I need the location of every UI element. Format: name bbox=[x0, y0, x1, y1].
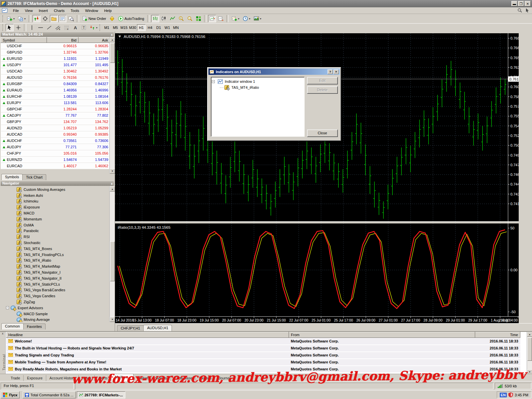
navigator-item-tas-mt4-navigator-ii[interactable]: fTAS_MT4_Navigator_II bbox=[1, 275, 109, 281]
symbol-cell[interactable]: CADJPY bbox=[1, 112, 47, 119]
edit-button[interactable]: Edit bbox=[307, 77, 338, 84]
menu-file[interactable]: File bbox=[10, 8, 22, 14]
symbol-cell[interactable]: USDCHF bbox=[1, 43, 47, 49]
text-label-button[interactable]: T bbox=[80, 24, 88, 31]
navigator-item-moving-average[interactable]: Moving Average bbox=[1, 317, 109, 322]
equidistant-channel-button[interactable]: E bbox=[54, 24, 62, 31]
minimize-button[interactable]: ▬ bbox=[511, 1, 517, 6]
market-watch-scrollbar[interactable]: ▲ ▼ bbox=[109, 37, 115, 174]
cursor-button[interactable] bbox=[6, 24, 14, 31]
column-header-from[interactable]: From bbox=[289, 332, 475, 338]
table-row[interactable]: AUDCHF0.735610.73606 bbox=[1, 138, 110, 144]
mail-row[interactable]: Buy Ready-Made Robots, Magazines and Boo… bbox=[6, 366, 520, 373]
terminal-tab-journal[interactable]: Journal bbox=[215, 375, 234, 381]
symbol-cell[interactable]: EURCAD bbox=[1, 163, 47, 169]
column-header-ask[interactable]: Ask bbox=[78, 38, 110, 43]
navigator-item-ichimoku[interactable]: fIchimoku bbox=[1, 199, 109, 204]
mail-row[interactable]: The Built-in Virtual Hosting — Robots an… bbox=[6, 345, 520, 352]
symbol-cell[interactable]: EURUSD bbox=[1, 56, 47, 62]
antivirus-shield-icon[interactable] bbox=[508, 392, 513, 397]
chart-autoscroll-button[interactable] bbox=[217, 15, 225, 22]
navigator-item-stochastic[interactable]: fStochastic bbox=[1, 240, 109, 246]
start-button[interactable]: Пуск bbox=[1, 391, 20, 398]
scroll-down-icon[interactable]: ▼ bbox=[110, 169, 115, 174]
collapse-icon[interactable]: − bbox=[6, 306, 9, 309]
navigator-item-tas-mt4-navigator-i[interactable]: fTAS_MT4_Navigator_I bbox=[1, 269, 109, 275]
profiles-button[interactable]: ▾ bbox=[17, 15, 27, 22]
chevron-down-icon[interactable]: ▾ bbox=[249, 17, 250, 20]
navigator-item-momentum[interactable]: fMomentum bbox=[1, 216, 109, 222]
delete-button[interactable]: Delete bbox=[307, 86, 338, 94]
chevron-down-icon[interactable]: ▾ bbox=[260, 17, 261, 20]
terminal-tab-trade[interactable]: Trade bbox=[7, 375, 24, 381]
symbol-cell[interactable]: AUDCHF bbox=[1, 138, 47, 144]
menu-charts[interactable]: Charts bbox=[51, 8, 67, 14]
navigator-close-icon[interactable]: x bbox=[111, 182, 113, 186]
navigator-item-tas-vega-candles[interactable]: fTAS_Vega Candles bbox=[1, 293, 109, 299]
headline-cell[interactable]: The Built-in Virtual Hosting — Robots an… bbox=[6, 345, 289, 352]
symbol-cell[interactable]: GBPUSD bbox=[1, 49, 47, 56]
timeframe-h1[interactable]: H1 bbox=[137, 24, 146, 31]
navigator-item-macd-sample[interactable]: MACD Sample bbox=[1, 311, 109, 317]
column-header-bid[interactable]: Bid bbox=[47, 38, 78, 43]
scroll-up-icon[interactable]: ▲ bbox=[110, 37, 115, 42]
scroll-down-icon[interactable]: ▼ bbox=[110, 317, 115, 322]
chart-tab-audusd-h1[interactable]: AUDUSD,H1 bbox=[143, 325, 172, 331]
tree-item-indicator-window[interactable]: Indicator window 1 bbox=[225, 79, 255, 83]
new-order-button[interactable]: New Order bbox=[81, 15, 107, 22]
navigator-scrollbar[interactable]: ▲ ▼ bbox=[109, 187, 115, 322]
toolbar-grip[interactable] bbox=[2, 24, 4, 31]
column-header-time[interactable]: Time bbox=[475, 332, 520, 338]
timeframe-m15[interactable]: M15 bbox=[120, 24, 128, 31]
table-row[interactable]: GBPCHF1.282441.28304 bbox=[1, 106, 110, 112]
navigator-item-expert-advisors[interactable]: −Expert Advisors bbox=[1, 305, 109, 311]
market-watch-close-icon[interactable]: x bbox=[111, 33, 113, 37]
table-row[interactable]: USDCAD1.304621.30492 bbox=[1, 68, 110, 74]
language-indicator[interactable]: EN bbox=[500, 393, 507, 397]
vertical-line-button[interactable] bbox=[28, 24, 36, 31]
chevron-down-icon[interactable]: ▾ bbox=[13, 17, 15, 20]
restore-button[interactable]: ❐ bbox=[518, 1, 524, 6]
navigator-item-heiken-ashi[interactable]: fHeiken Ashi bbox=[1, 193, 109, 199]
navigator-item-parabolic[interactable]: fParabolic bbox=[1, 228, 109, 234]
symbol-cell[interactable]: EURGBP bbox=[1, 81, 47, 87]
metaeditor-button[interactable] bbox=[108, 15, 116, 22]
zoom-out-button[interactable] bbox=[186, 15, 194, 22]
toolbar-grip[interactable] bbox=[99, 24, 101, 31]
symbol-cell[interactable]: AUDJPY bbox=[1, 144, 47, 150]
table-row[interactable]: GBPJPY134.707134.762 bbox=[1, 119, 110, 125]
chart-bars-button[interactable] bbox=[151, 15, 159, 22]
search-icon[interactable] bbox=[517, 8, 522, 13]
table-row[interactable]: USDJPY101.477101.495 bbox=[1, 62, 110, 68]
navigator-item-tas-mt4-boxes[interactable]: fTAS_MT4_Boxes bbox=[1, 246, 109, 252]
navigator-item-tas-mt4-iratio[interactable]: fTAS_MT4_iRatio bbox=[1, 258, 109, 264]
terminal-tab-market[interactable]: Market bbox=[134, 375, 152, 381]
terminal-scrollbar[interactable]: ▲ ▼ bbox=[527, 332, 532, 374]
table-row[interactable]: EURAUD1.469561.46996 bbox=[1, 87, 110, 93]
headline-cell[interactable]: Buy Ready-Made Robots, Magazines and Boo… bbox=[6, 366, 289, 373]
mail-row[interactable]: Mobile Trading — Trade from Anywhere at … bbox=[6, 359, 520, 366]
menu-insert[interactable]: Insert bbox=[36, 8, 51, 14]
terminal-tab-account-history[interactable]: Account History bbox=[46, 375, 79, 381]
help-pointer-icon[interactable] bbox=[525, 8, 529, 13]
chart-shift-button[interactable] bbox=[208, 15, 216, 22]
new-chart-button[interactable]: ▾ bbox=[6, 15, 16, 22]
dialog-help-icon[interactable]: ? bbox=[328, 69, 333, 74]
timeframe-w1[interactable]: W1 bbox=[163, 24, 172, 31]
timeframe-m30[interactable]: M30 bbox=[128, 24, 137, 31]
table-row[interactable]: EURCHF1.081391.08164 bbox=[1, 93, 110, 100]
dialog-close-icon[interactable]: ✕ bbox=[333, 69, 339, 74]
table-row[interactable]: AUDJPY77.27177.306 bbox=[1, 144, 110, 150]
terminal-tab-mailbox[interactable]: Mailbox 7 bbox=[111, 374, 133, 381]
taskbar-task-0[interactable]: Total Commander 8.52a ... bbox=[23, 391, 76, 398]
table-row[interactable]: AUDUSD0.761560.76176 bbox=[1, 74, 110, 81]
indicator-list[interactable]: − Indicator window 1 f TAS_MT4_iRatio bbox=[211, 77, 305, 137]
data-window-button[interactable] bbox=[41, 15, 49, 22]
trendline-button[interactable] bbox=[45, 24, 53, 31]
taskbar-task-1[interactable]: 267769: IFCMarkets-... bbox=[77, 391, 125, 398]
scroll-up-icon[interactable]: ▲ bbox=[527, 332, 532, 337]
autotrading-button[interactable]: AutoTrading bbox=[117, 15, 146, 22]
chevron-down-icon[interactable]: ▾ bbox=[96, 26, 97, 29]
close-button[interactable]: ✕ bbox=[525, 1, 531, 6]
terminal-tab-signals[interactable]: Signals bbox=[152, 375, 171, 381]
